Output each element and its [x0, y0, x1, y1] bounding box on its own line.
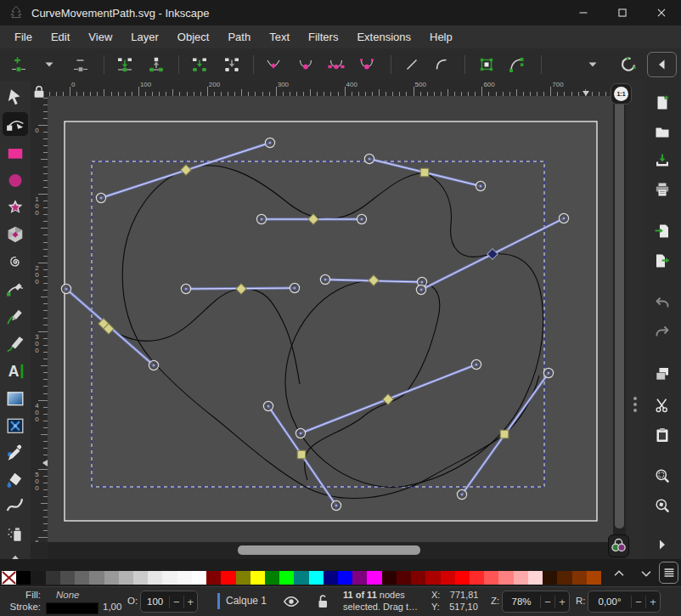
- opacity-value[interactable]: 100: [141, 596, 169, 607]
- palette-swatch[interactable]: [425, 571, 440, 585]
- palette-swatch[interactable]: [543, 571, 557, 585]
- pen-tool[interactable]: [6, 280, 25, 298]
- palette-swatch[interactable]: [104, 571, 119, 585]
- opacity-spinner[interactable]: 100 − +: [140, 591, 198, 613]
- print-document-button[interactable]: [654, 181, 671, 198]
- mesh-gradient-tool[interactable]: [6, 416, 25, 435]
- palette-swatch[interactable]: [236, 571, 250, 585]
- gradient-tool[interactable]: [6, 389, 25, 408]
- menu-item-path[interactable]: Path: [218, 27, 260, 47]
- palette-swatch[interactable]: [309, 571, 324, 585]
- zoom-spinner[interactable]: 78% − +: [502, 591, 570, 613]
- horizontal-scrollbar[interactable]: [48, 542, 613, 559]
- object-to-path-button[interactable]: [474, 52, 499, 77]
- collapse-panel-button[interactable]: [647, 52, 677, 77]
- color-managed-display-toggle[interactable]: [608, 534, 629, 557]
- palette-swatch[interactable]: [528, 571, 543, 585]
- palette-menu-button[interactable]: [659, 562, 678, 584]
- delete-segment-button[interactable]: [219, 52, 245, 77]
- menu-item-layer[interactable]: Layer: [121, 27, 168, 47]
- rotation-value[interactable]: 0,00°: [588, 596, 631, 607]
- menu-item-object[interactable]: Object: [168, 27, 219, 47]
- vertical-scrollbar-thumb[interactable]: [615, 99, 624, 528]
- palette-swatch[interactable]: [572, 571, 587, 585]
- pencil-tool[interactable]: [6, 307, 25, 325]
- close-button[interactable]: [642, 0, 681, 25]
- rectangle-tool[interactable]: [6, 144, 25, 162]
- cut-button[interactable]: [654, 397, 671, 414]
- palette-swatch[interactable]: [162, 571, 177, 585]
- new-document-button[interactable]: [654, 94, 671, 111]
- menu-item-text[interactable]: Text: [260, 27, 299, 47]
- undo-button[interactable]: [654, 294, 671, 311]
- palette-swatch[interactable]: [411, 571, 425, 585]
- break-nodes-button[interactable]: [144, 52, 169, 77]
- palette-swatch[interactable]: [250, 571, 265, 585]
- rotation-spinner[interactable]: 0,00° − +: [588, 591, 661, 613]
- canvas-svg[interactable]: [48, 96, 613, 542]
- line-segment-button[interactable]: [399, 52, 425, 77]
- palette-swatch[interactable]: [60, 571, 75, 585]
- rotation-increase-button[interactable]: +: [645, 596, 660, 608]
- path-node-cusp[interactable]: [500, 430, 509, 438]
- lock-guides-icon[interactable]: [31, 84, 47, 103]
- star-tool[interactable]: [6, 198, 25, 217]
- symmetric-node-button[interactable]: [324, 52, 349, 77]
- palette-swatch[interactable]: [177, 571, 192, 585]
- text-tool[interactable]: A: [6, 362, 25, 381]
- menu-item-edit[interactable]: Edit: [42, 27, 79, 47]
- palette-swatch[interactable]: [221, 571, 235, 585]
- palette-swatch[interactable]: [367, 571, 381, 585]
- vertical-scrollbar[interactable]: [613, 96, 626, 537]
- layer-visibility-eye-icon[interactable]: [283, 593, 300, 610]
- curve-segment-button[interactable]: [429, 52, 454, 77]
- menu-item-help[interactable]: Help: [420, 27, 462, 47]
- selector-tool[interactable]: [6, 88, 25, 106]
- calligraphy-tool[interactable]: [6, 334, 25, 353]
- palette-swatch-none[interactable]: [2, 571, 16, 585]
- layer-name[interactable]: Calque 1: [226, 595, 267, 607]
- insert-node-options-button[interactable]: [37, 52, 62, 77]
- palette-swatch[interactable]: [587, 571, 601, 585]
- zoom-increase-button[interactable]: +: [554, 596, 569, 608]
- join-nodes-button[interactable]: [112, 52, 138, 77]
- minimize-button[interactable]: [564, 0, 603, 25]
- corner-node-button[interactable]: [261, 52, 286, 77]
- palette-swatch[interactable]: [455, 571, 470, 585]
- palette-swatch[interactable]: [324, 571, 338, 585]
- palette-swatch[interactable]: [557, 571, 571, 585]
- canvas-drawing-area[interactable]: [48, 96, 613, 542]
- delete-node-button[interactable]: [68, 52, 93, 77]
- opacity-increase-button[interactable]: +: [183, 596, 197, 608]
- smooth-node-button[interactable]: [293, 52, 318, 77]
- layer-lock-open-icon[interactable]: [314, 593, 331, 610]
- palette-swatch[interactable]: [75, 571, 89, 585]
- export-image-button[interactable]: [654, 252, 671, 269]
- palette-swatch[interactable]: [133, 571, 148, 585]
- palette-scroll-down-icon[interactable]: [639, 566, 654, 581]
- path-node-cusp[interactable]: [297, 450, 306, 459]
- paint-bucket-tool[interactable]: [6, 470, 25, 489]
- palette-swatch[interactable]: [148, 571, 162, 585]
- stroke-swatch[interactable]: [46, 602, 98, 614]
- palette-swatch[interactable]: [192, 571, 206, 585]
- opacity-decrease-button[interactable]: −: [169, 596, 183, 608]
- ellipse-tool[interactable]: [6, 171, 25, 189]
- node-tool[interactable]: [6, 115, 25, 133]
- zoom-selection-button[interactable]: [654, 467, 671, 484]
- palette-swatch[interactable]: [16, 571, 31, 585]
- spiral-tool[interactable]: [6, 252, 25, 271]
- palette-swatch[interactable]: [484, 571, 498, 585]
- palette-swatch[interactable]: [514, 571, 528, 585]
- spray-tool[interactable]: [6, 524, 25, 543]
- stroke-width-value[interactable]: 1,00: [103, 602, 121, 612]
- redo-button[interactable]: [654, 323, 671, 340]
- palette-scroll-up-icon[interactable]: [611, 566, 627, 581]
- path-node-cusp[interactable]: [420, 168, 429, 177]
- show-more-button[interactable]: [654, 536, 671, 553]
- auto-smooth-node-button[interactable]: [354, 52, 380, 77]
- palette-swatch[interactable]: [119, 571, 133, 585]
- box-3d-tool[interactable]: [6, 225, 25, 244]
- palette-swatch[interactable]: [46, 571, 60, 585]
- zoom-value[interactable]: 78%: [503, 596, 540, 607]
